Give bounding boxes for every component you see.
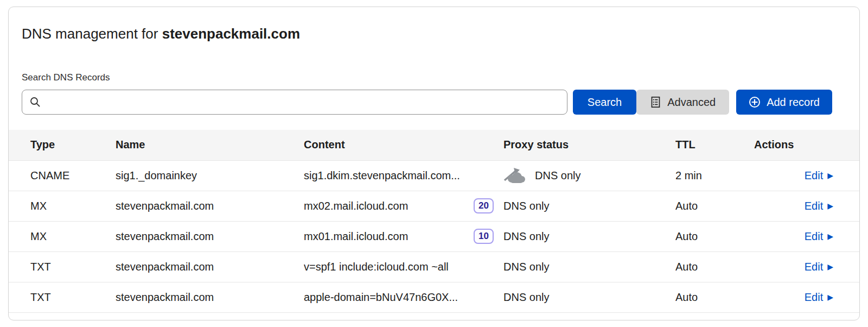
record-content: v=spf1 include:icloud.com ~all [304,261,449,273]
record-name: stevenpackmail.com [116,221,304,251]
advanced-button[interactable]: Advanced [636,90,729,115]
record-content: apple-domain=bNuV47n6G0X... [304,291,458,304]
proxy-status-text: DNS only [503,200,549,212]
edit-button-label: Edit [805,261,823,273]
record-ttl: Auto [675,251,754,282]
table-header-row: Type Name Content Proxy status TTL Actio… [9,130,859,160]
domain-name: stevenpackmail.com [162,26,300,42]
search-button-label: Search [588,96,622,109]
edit-arrow-icon: ▶ [827,232,833,240]
record-ttl: Auto [675,282,754,312]
record-type: CNAME [9,160,116,191]
table-row: CNAME sig1._domainkey sig1.dkim.stevenpa… [9,160,859,191]
dns-only-cloud-icon [503,167,527,184]
edit-button[interactable]: Edit ▶ [805,169,833,182]
advanced-button-label: Advanced [667,96,716,109]
priority-badge: 20 [474,198,494,213]
edit-arrow-icon: ▶ [827,293,833,301]
column-header-proxy-status: Proxy status [503,130,675,160]
search-input[interactable] [22,90,567,115]
record-name: stevenpackmail.com [116,251,304,282]
proxy-status-text: DNS only [503,261,549,273]
proxy-status-text: DNS only [503,291,549,304]
table-row: TXT stevenpackmail.com apple-domain=bNuV… [9,282,859,312]
column-header-actions: Actions [754,130,859,160]
edit-arrow-icon: ▶ [827,172,833,179]
edit-button[interactable]: Edit ▶ [805,230,833,243]
edit-button-label: Edit [805,291,823,304]
dns-management-panel: DNS management for stevenpackmail.com Se… [8,7,860,320]
record-ttl: 2 min [675,160,754,191]
proxy-status-text: DNS only [503,230,549,243]
add-record-button[interactable]: Add record [736,90,832,115]
plus-circle-icon [749,96,761,108]
column-header-ttl: TTL [675,130,754,160]
record-content: mx02.mail.icloud.com [304,200,408,212]
proxy-status-text: DNS only [535,169,580,182]
search-controls: Search Advanced [22,90,846,115]
search-button[interactable]: Search [573,90,636,115]
page-title-prefix: DNS management for [22,26,162,42]
edit-button-label: Edit [805,200,823,212]
column-header-name: Name [116,130,304,160]
record-type: TXT [9,282,116,312]
column-header-type: Type [9,130,116,160]
edit-button[interactable]: Edit ▶ [805,291,833,304]
record-type: TXT [9,251,116,282]
priority-badge: 10 [474,229,494,244]
edit-arrow-icon: ▶ [827,263,833,271]
record-type: MX [9,221,116,251]
column-header-content: Content [304,130,503,160]
table-row: MX stevenpackmail.com mx01.mail.icloud.c… [9,221,859,251]
record-content: sig1.dkim.stevenpackmail.com... [304,169,460,182]
table-row: MX stevenpackmail.com mx02.mail.icloud.c… [9,191,859,221]
record-type: MX [9,191,116,221]
edit-button[interactable]: Edit ▶ [805,261,833,273]
record-ttl: Auto [675,191,754,221]
record-content: mx01.mail.icloud.com [304,230,408,243]
record-name: stevenpackmail.com [116,282,304,312]
page-title: DNS management for stevenpackmail.com [22,26,846,42]
list-document-icon [650,96,661,108]
edit-button[interactable]: Edit ▶ [805,200,833,212]
add-record-button-label: Add record [767,96,820,109]
search-box [22,90,567,115]
edit-button-label: Edit [805,230,823,243]
record-ttl: Auto [675,221,754,251]
record-name: stevenpackmail.com [116,191,304,221]
edit-arrow-icon: ▶ [827,202,833,210]
dns-records-table: Type Name Content Proxy status TTL Actio… [9,130,859,313]
table-row: TXT stevenpackmail.com v=spf1 include:ic… [9,251,859,282]
edit-button-label: Edit [805,169,823,182]
record-name: sig1._domainkey [116,160,304,191]
search-records-label: Search DNS Records [22,72,846,83]
